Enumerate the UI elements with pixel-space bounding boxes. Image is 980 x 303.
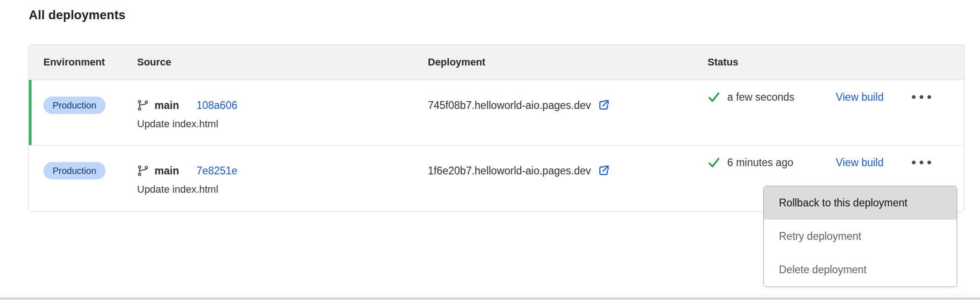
deployment-cell: 745f08b7.helloworld-aio.pages.dev xyxy=(428,80,708,114)
check-icon xyxy=(708,91,720,103)
external-link-icon[interactable] xyxy=(597,164,610,177)
menu-item-delete[interactable]: Delete deployment xyxy=(764,253,957,287)
commit-link[interactable]: 7e8251e xyxy=(197,165,238,177)
source-cell: main 7e8251e Update index.html xyxy=(137,146,428,195)
source-cell: main 108a606 Update index.html xyxy=(137,80,428,130)
status-group: 6 minutes ago xyxy=(708,156,836,169)
status-time: 6 minutes ago xyxy=(727,157,793,169)
commit-link[interactable]: 108a606 xyxy=(197,99,238,112)
external-link-icon[interactable] xyxy=(597,99,610,112)
deployments-page: All deployments Environment Source Deplo… xyxy=(0,0,980,303)
check-icon xyxy=(708,156,720,169)
table-header-row: Environment Source Deployment Status xyxy=(29,45,964,80)
row-actions-context-menu: Rollback to this deployment Retry deploy… xyxy=(763,186,957,287)
commit-message: Update index.html xyxy=(137,184,428,195)
deployment-row-1: Production main 108a606 xyxy=(29,80,964,146)
column-header-source: Source xyxy=(137,56,428,68)
column-header-environment: Environment xyxy=(29,56,137,68)
page-title: All deployments xyxy=(29,8,126,22)
bottom-divider xyxy=(0,293,980,300)
menu-item-retry[interactable]: Retry deployment xyxy=(764,220,957,253)
commit-message: Update index.html xyxy=(137,118,428,130)
deployment-cell: 1f6e20b7.helloworld-aio.pages.dev xyxy=(428,146,708,179)
row-actions-button[interactable] xyxy=(912,91,931,103)
git-branch-icon xyxy=(137,99,149,111)
column-header-deployment: Deployment xyxy=(428,56,708,68)
branch-name: main xyxy=(154,99,179,112)
deployment-url: 745f08b7.helloworld-aio.pages.dev xyxy=(428,99,591,112)
column-header-status: Status xyxy=(708,56,964,68)
git-branch-icon xyxy=(137,165,149,177)
environment-cell: Production xyxy=(29,80,137,114)
view-build-link[interactable]: View build xyxy=(836,91,884,103)
environment-cell: Production xyxy=(29,146,137,179)
environment-badge: Production xyxy=(43,162,106,179)
current-deployment-indicator xyxy=(29,80,32,145)
view-build-link[interactable]: View build xyxy=(836,157,884,169)
status-time: a few seconds xyxy=(727,91,794,103)
deployment-url: 1f6e20b7.helloworld-aio.pages.dev xyxy=(428,165,591,177)
menu-item-rollback[interactable]: Rollback to this deployment xyxy=(764,186,957,220)
environment-badge: Production xyxy=(43,97,106,114)
status-group: a few seconds xyxy=(708,91,836,103)
row-actions-button[interactable] xyxy=(912,156,931,169)
status-cell: a few seconds View build xyxy=(708,80,964,97)
status-cell: 6 minutes ago View build xyxy=(708,146,964,163)
branch-name: main xyxy=(154,165,179,177)
